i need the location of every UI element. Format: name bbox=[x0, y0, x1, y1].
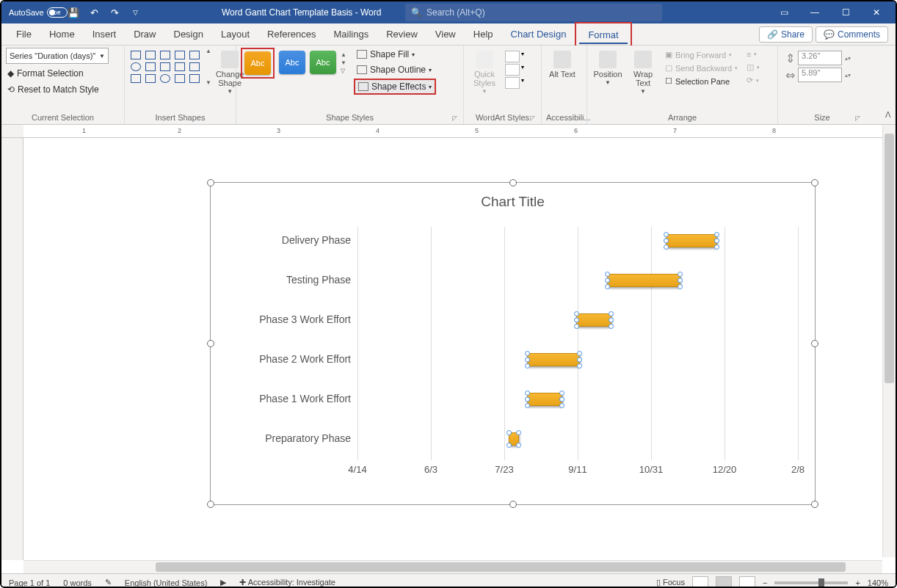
scrollbar-thumb[interactable] bbox=[885, 134, 894, 383]
tab-view[interactable]: View bbox=[426, 24, 465, 44]
macro-icon[interactable]: ▶ bbox=[220, 578, 226, 587]
resize-handle[interactable] bbox=[207, 340, 214, 347]
axis-label: 4/14 bbox=[348, 464, 366, 475]
data-bar[interactable] bbox=[666, 234, 717, 247]
dialog-launcher-icon[interactable]: ◸ bbox=[452, 115, 457, 122]
autosave-toggle[interactable]: AutoSave Off bbox=[9, 7, 60, 18]
vertical-scrollbar[interactable] bbox=[882, 125, 896, 557]
zoom-in-button[interactable]: + bbox=[855, 578, 860, 587]
search-input[interactable]: 🔍 Search (Alt+Q) bbox=[405, 4, 662, 21]
rotate-icon: ⟳ bbox=[747, 76, 753, 85]
width-input[interactable]: 5.89" bbox=[798, 68, 842, 82]
tab-file[interactable]: File bbox=[7, 24, 40, 44]
position-icon bbox=[599, 51, 617, 68]
axis-label: Preparatory Phase bbox=[219, 432, 351, 444]
reset-style-button[interactable]: ⟲Reset to Match Style bbox=[6, 83, 109, 96]
tab-draw[interactable]: Draw bbox=[125, 24, 164, 44]
tab-insert[interactable]: Insert bbox=[84, 24, 126, 44]
style-swatch-orange[interactable]: Abc bbox=[244, 51, 271, 75]
align-button[interactable]: ≡▾ bbox=[745, 49, 761, 59]
format-selection-button[interactable]: ◆Format Selection bbox=[6, 67, 109, 80]
tab-format[interactable]: Format bbox=[579, 25, 627, 44]
resize-handle[interactable] bbox=[811, 340, 818, 347]
close-icon[interactable]: ✕ bbox=[861, 2, 892, 23]
axis-label: Delivery Phase bbox=[219, 234, 351, 246]
undo-icon[interactable]: ↶ bbox=[87, 5, 101, 20]
data-bar[interactable] bbox=[509, 432, 519, 446]
spellcheck-icon[interactable]: ✎ bbox=[105, 578, 112, 587]
comments-button[interactable]: 💬Comments bbox=[816, 26, 888, 43]
tab-help[interactable]: Help bbox=[465, 24, 502, 44]
share-button[interactable]: 🔗Share bbox=[759, 26, 813, 43]
data-bar[interactable] bbox=[527, 393, 562, 406]
chart-object[interactable]: Chart Title Delivery Phase Testing Phase… bbox=[210, 182, 816, 505]
page-viewport[interactable]: Chart Title Delivery Phase Testing Phase… bbox=[23, 138, 896, 560]
redo-icon[interactable]: ↷ bbox=[107, 5, 122, 20]
selection-pane-button[interactable]: ☐Selection Pane bbox=[664, 76, 739, 87]
data-bar[interactable] bbox=[576, 313, 611, 327]
collapse-ribbon-icon[interactable]: ᐱ bbox=[885, 110, 891, 120]
zoom-out-button[interactable]: − bbox=[763, 578, 767, 587]
rotate-button[interactable]: ⟳▾ bbox=[745, 75, 761, 86]
minimize-icon[interactable]: — bbox=[799, 2, 830, 23]
focus-mode-button[interactable]: ▯ Focus bbox=[656, 578, 685, 587]
tab-mailings[interactable]: Mailings bbox=[325, 24, 378, 44]
text-outline-icon[interactable] bbox=[505, 64, 520, 76]
zoom-slider[interactable] bbox=[774, 581, 848, 584]
dialog-launcher-icon[interactable]: ◸ bbox=[855, 115, 860, 122]
shape-fill-button[interactable]: Shape Fill▾ bbox=[354, 48, 437, 61]
scrollbar-thumb[interactable] bbox=[156, 562, 846, 572]
quick-styles-button[interactable]: Quick Styles▼ bbox=[468, 48, 501, 98]
position-button[interactable]: Position▼ bbox=[592, 48, 624, 90]
alt-text-button[interactable]: Alt Text bbox=[546, 48, 578, 81]
zoom-level[interactable]: 140% bbox=[868, 578, 888, 587]
maximize-icon[interactable]: ☐ bbox=[830, 2, 861, 23]
web-layout-icon[interactable] bbox=[739, 576, 755, 589]
horizontal-scrollbar[interactable] bbox=[23, 560, 882, 573]
accessibility-indicator[interactable]: ✚ Accessibility: Investigate bbox=[239, 578, 335, 587]
height-input[interactable]: 3.26" bbox=[798, 51, 842, 65]
resize-handle[interactable] bbox=[811, 501, 818, 508]
ribbon-options-icon[interactable]: ▭ bbox=[769, 2, 799, 23]
style-swatch-green[interactable]: Abc bbox=[310, 51, 336, 74]
comment-icon: 💬 bbox=[824, 29, 835, 40]
resize-handle[interactable] bbox=[207, 501, 214, 508]
word-count[interactable]: 0 words bbox=[63, 578, 92, 587]
resize-handle[interactable] bbox=[509, 179, 517, 186]
save-icon[interactable]: 💾 bbox=[66, 5, 81, 20]
data-bar[interactable] bbox=[607, 274, 680, 287]
bring-forward-button[interactable]: ▣Bring Forward▾ bbox=[664, 49, 739, 60]
wrap-text-button[interactable]: Wrap Text▼ bbox=[627, 48, 659, 98]
ruler-vertical[interactable] bbox=[1, 138, 23, 560]
group-button[interactable]: ◫▾ bbox=[745, 62, 761, 73]
tab-chart-design[interactable]: Chart Design bbox=[502, 24, 575, 44]
resize-handle[interactable] bbox=[811, 179, 818, 186]
resize-handle[interactable] bbox=[207, 179, 214, 186]
ruler-horizontal[interactable]: 123 456 78 bbox=[23, 125, 896, 138]
tab-home[interactable]: Home bbox=[40, 24, 84, 44]
resize-handle[interactable] bbox=[509, 501, 517, 508]
text-effects-icon[interactable] bbox=[505, 77, 520, 89]
shape-effects-button[interactable]: Shape Effects▾ bbox=[354, 79, 437, 95]
language-indicator[interactable]: English (United States) bbox=[125, 578, 208, 587]
axis-label: 10/31 bbox=[639, 464, 664, 475]
data-bar[interactable] bbox=[527, 353, 580, 366]
page-indicator[interactable]: Page 1 of 1 bbox=[9, 578, 50, 587]
chart-element-dropdown[interactable]: Series "Duration (days)"▼ bbox=[6, 48, 109, 64]
chart-title[interactable]: Chart Title bbox=[211, 183, 815, 210]
shapes-palette[interactable] bbox=[129, 48, 203, 86]
dialog-launcher-icon[interactable]: ◸ bbox=[530, 115, 535, 122]
tab-design[interactable]: Design bbox=[165, 24, 212, 44]
print-layout-icon[interactable] bbox=[716, 576, 732, 589]
tab-layout[interactable]: Layout bbox=[212, 24, 258, 44]
shape-outline-button[interactable]: Shape Outline▾ bbox=[354, 63, 437, 76]
qat-dropdown-icon[interactable]: ▽ bbox=[128, 5, 142, 20]
ribbon: Series "Duration (days)"▼ ◆Format Select… bbox=[1, 46, 896, 125]
tab-review[interactable]: Review bbox=[377, 24, 426, 44]
send-backward-button[interactable]: ▢Send Backward▾ bbox=[664, 62, 739, 73]
text-fill-icon[interactable] bbox=[505, 51, 520, 62]
tab-references[interactable]: References bbox=[258, 24, 324, 44]
read-mode-icon[interactable] bbox=[692, 576, 708, 589]
plot-area[interactable]: Delivery Phase Testing Phase Phase 3 Wor… bbox=[357, 227, 800, 475]
style-swatch-blue[interactable]: Abc bbox=[279, 51, 305, 74]
